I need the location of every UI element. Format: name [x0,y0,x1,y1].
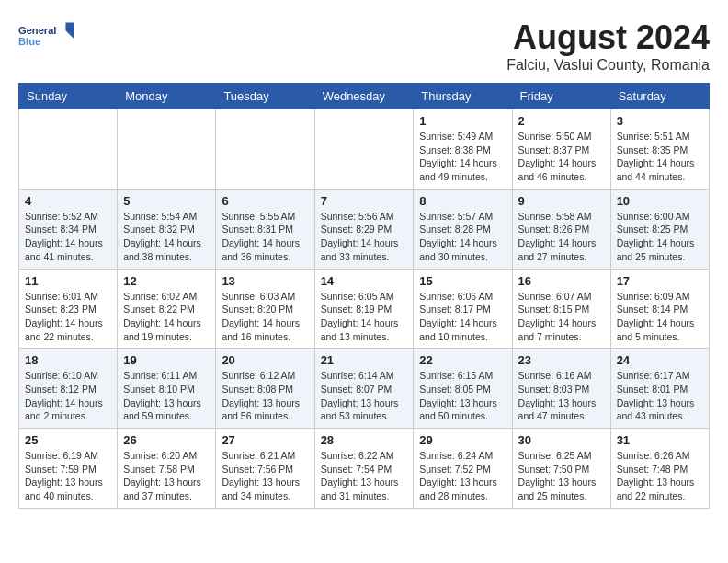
weekday-header-wednesday: Wednesday [314,84,414,109]
calendar-cell: 18Sunrise: 6:10 AM Sunset: 8:12 PM Dayli… [19,349,118,429]
calendar: SundayMondayTuesdayWednesdayThursdayFrid… [18,83,710,509]
day-number: 17 [617,274,703,288]
day-number: 19 [123,353,210,367]
day-number: 10 [617,194,703,208]
day-info: Sunrise: 5:50 AM Sunset: 8:37 PM Dayligh… [518,130,605,184]
day-number: 13 [222,274,308,288]
calendar-week-row: 11Sunrise: 6:01 AM Sunset: 8:23 PM Dayli… [19,269,710,349]
logo-svg: General Blue [18,18,74,55]
header: General Blue August 2024 Falciu, Vaslui … [18,18,710,74]
day-number: 14 [321,274,408,288]
calendar-cell: 26Sunrise: 6:20 AM Sunset: 7:58 PM Dayli… [118,429,216,509]
calendar-cell: 31Sunrise: 6:26 AM Sunset: 7:48 PM Dayli… [610,429,709,509]
day-number: 29 [419,433,506,447]
day-info: Sunrise: 5:56 AM Sunset: 8:29 PM Dayligh… [321,210,408,264]
day-info: Sunrise: 6:01 AM Sunset: 8:23 PM Dayligh… [25,290,111,344]
day-info: Sunrise: 5:58 AM Sunset: 8:26 PM Dayligh… [518,210,605,264]
day-info: Sunrise: 6:21 AM Sunset: 7:56 PM Dayligh… [222,449,308,503]
day-number: 3 [617,114,703,128]
calendar-cell: 11Sunrise: 6:01 AM Sunset: 8:23 PM Dayli… [19,269,118,349]
calendar-cell: 20Sunrise: 6:12 AM Sunset: 8:08 PM Dayli… [216,349,314,429]
svg-text:Blue: Blue [18,36,40,47]
day-info: Sunrise: 6:22 AM Sunset: 7:54 PM Dayligh… [321,449,408,503]
day-number: 4 [25,194,111,208]
calendar-cell: 16Sunrise: 6:07 AM Sunset: 8:15 PM Dayli… [512,269,610,349]
day-number: 9 [518,194,605,208]
day-number: 12 [123,274,210,288]
day-info: Sunrise: 6:03 AM Sunset: 8:20 PM Dayligh… [222,290,308,344]
day-number: 2 [518,114,605,128]
day-info: Sunrise: 5:52 AM Sunset: 8:34 PM Dayligh… [25,210,111,264]
day-info: Sunrise: 6:05 AM Sunset: 8:19 PM Dayligh… [321,290,408,344]
svg-text:General: General [18,25,56,36]
day-info: Sunrise: 6:25 AM Sunset: 7:50 PM Dayligh… [518,449,605,503]
calendar-cell: 3Sunrise: 5:51 AM Sunset: 8:35 PM Daylig… [610,109,709,190]
day-number: 6 [222,194,308,208]
day-number: 16 [518,274,605,288]
calendar-cell: 4Sunrise: 5:52 AM Sunset: 8:34 PM Daylig… [19,189,118,269]
day-info: Sunrise: 6:10 AM Sunset: 8:12 PM Dayligh… [25,369,111,423]
day-info: Sunrise: 6:12 AM Sunset: 8:08 PM Dayligh… [222,369,308,423]
day-number: 21 [321,353,408,367]
day-number: 25 [25,433,111,447]
day-info: Sunrise: 6:11 AM Sunset: 8:10 PM Dayligh… [123,369,210,423]
logo: General Blue [18,18,74,55]
day-number: 23 [518,353,605,367]
day-info: Sunrise: 6:16 AM Sunset: 8:03 PM Dayligh… [518,369,605,423]
calendar-cell: 15Sunrise: 6:06 AM Sunset: 8:17 PM Dayli… [414,269,512,349]
weekday-header-monday: Monday [118,84,216,109]
calendar-cell: 29Sunrise: 6:24 AM Sunset: 7:52 PM Dayli… [414,429,512,509]
day-number: 24 [617,353,703,367]
day-number: 7 [321,194,408,208]
day-number: 28 [321,433,408,447]
calendar-cell: 2Sunrise: 5:50 AM Sunset: 8:37 PM Daylig… [512,109,610,190]
calendar-week-row: 1Sunrise: 5:49 AM Sunset: 8:38 PM Daylig… [19,109,710,190]
calendar-cell: 12Sunrise: 6:02 AM Sunset: 8:22 PM Dayli… [118,269,216,349]
day-info: Sunrise: 6:17 AM Sunset: 8:01 PM Dayligh… [617,369,703,423]
calendar-cell: 10Sunrise: 6:00 AM Sunset: 8:25 PM Dayli… [610,189,709,269]
day-number: 18 [25,353,111,367]
calendar-cell: 24Sunrise: 6:17 AM Sunset: 8:01 PM Dayli… [610,349,709,429]
day-info: Sunrise: 6:20 AM Sunset: 7:58 PM Dayligh… [123,449,210,503]
weekday-header-saturday: Saturday [610,84,709,109]
day-info: Sunrise: 5:51 AM Sunset: 8:35 PM Dayligh… [617,130,703,184]
calendar-cell: 9Sunrise: 5:58 AM Sunset: 8:26 PM Daylig… [512,189,610,269]
day-info: Sunrise: 5:54 AM Sunset: 8:32 PM Dayligh… [123,210,210,264]
calendar-cell: 19Sunrise: 6:11 AM Sunset: 8:10 PM Dayli… [118,349,216,429]
day-number: 27 [222,433,308,447]
calendar-cell: 23Sunrise: 6:16 AM Sunset: 8:03 PM Dayli… [512,349,610,429]
day-info: Sunrise: 6:19 AM Sunset: 7:59 PM Dayligh… [25,449,111,503]
calendar-cell: 13Sunrise: 6:03 AM Sunset: 8:20 PM Dayli… [216,269,314,349]
day-info: Sunrise: 5:57 AM Sunset: 8:28 PM Dayligh… [419,210,506,264]
svg-marker-2 [65,23,74,39]
calendar-cell: 8Sunrise: 5:57 AM Sunset: 8:28 PM Daylig… [414,189,512,269]
day-info: Sunrise: 6:07 AM Sunset: 8:15 PM Dayligh… [518,290,605,344]
day-info: Sunrise: 6:06 AM Sunset: 8:17 PM Dayligh… [419,290,506,344]
day-info: Sunrise: 6:24 AM Sunset: 7:52 PM Dayligh… [419,449,506,503]
day-number: 8 [419,194,506,208]
location: Falciu, Vaslui County, Romania [506,57,710,74]
day-info: Sunrise: 6:14 AM Sunset: 8:07 PM Dayligh… [321,369,408,423]
weekday-header-thursday: Thursday [414,84,512,109]
calendar-cell: 28Sunrise: 6:22 AM Sunset: 7:54 PM Dayli… [314,429,414,509]
day-number: 31 [617,433,703,447]
calendar-cell: 6Sunrise: 5:55 AM Sunset: 8:31 PM Daylig… [216,189,314,269]
calendar-cell: 5Sunrise: 5:54 AM Sunset: 8:32 PM Daylig… [118,189,216,269]
day-number: 15 [419,274,506,288]
calendar-week-row: 4Sunrise: 5:52 AM Sunset: 8:34 PM Daylig… [19,189,710,269]
day-number: 22 [419,353,506,367]
day-info: Sunrise: 6:02 AM Sunset: 8:22 PM Dayligh… [123,290,210,344]
weekday-header-row: SundayMondayTuesdayWednesdayThursdayFrid… [19,84,710,109]
day-number: 5 [123,194,210,208]
calendar-cell [314,109,414,190]
calendar-cell: 22Sunrise: 6:15 AM Sunset: 8:05 PM Dayli… [414,349,512,429]
day-info: Sunrise: 6:09 AM Sunset: 8:14 PM Dayligh… [617,290,703,344]
day-info: Sunrise: 6:00 AM Sunset: 8:25 PM Dayligh… [617,210,703,264]
weekday-header-sunday: Sunday [19,84,118,109]
title-area: August 2024 Falciu, Vaslui County, Roman… [506,18,710,74]
month-year: August 2024 [506,18,710,57]
calendar-week-row: 25Sunrise: 6:19 AM Sunset: 7:59 PM Dayli… [19,429,710,509]
weekday-header-friday: Friday [512,84,610,109]
day-number: 26 [123,433,210,447]
day-info: Sunrise: 5:55 AM Sunset: 8:31 PM Dayligh… [222,210,308,264]
